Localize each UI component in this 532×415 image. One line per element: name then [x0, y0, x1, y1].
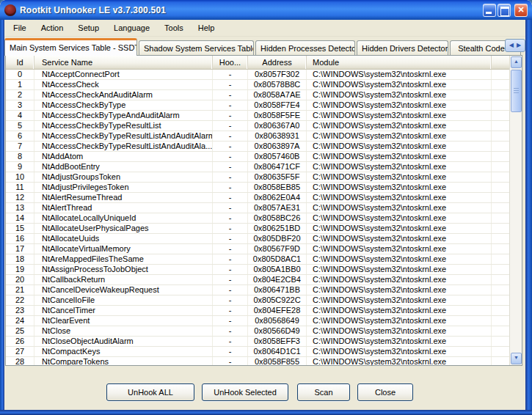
cell-id: 8: [6, 152, 34, 161]
cell-filler: [492, 121, 509, 131]
cell-module: C:\WINDOWS\system32\ntoskrnl.exe: [307, 295, 492, 305]
table-row[interactable]: 15 NtAllocateUserPhysicalPages - 0x80625…: [6, 224, 509, 234]
table-row[interactable]: 14 NtAllocateLocallyUniqueId - 0x8058BC2…: [6, 213, 509, 224]
cell-id: 12: [6, 193, 34, 202]
cell-service-name: NtAcceptConnectPort: [34, 70, 213, 79]
close-button-icon[interactable]: [514, 4, 528, 17]
table-row[interactable]: 7 NtAccessCheckByTypeResultListAndAuditA…: [6, 142, 509, 152]
menu-item[interactable]: Tools: [158, 21, 189, 34]
tab[interactable]: Hidden Drivers Detector: [357, 40, 448, 56]
table-row[interactable]: 22 NtCancelIoFile - 0x805C922C C:\WINDOW…: [6, 295, 509, 306]
cell-id: 6: [6, 131, 34, 141]
cell-service-name: NtAccessCheckByTypeResultListAndAuditAla…: [34, 131, 213, 141]
tab[interactable]: Main System Services Table - SSDT: [4, 38, 137, 56]
menu-item[interactable]: Help: [192, 21, 221, 34]
cell-id: 13: [6, 203, 34, 213]
cell-module: C:\WINDOWS\system32\ntoskrnl.exe: [307, 121, 492, 131]
maximize-button-icon[interactable]: [498, 4, 511, 17]
titlebar[interactable]: Rootkit Unhooker LE v3.7.300.501: [0, 0, 532, 20]
cell-hooked: -: [213, 70, 248, 79]
footer-bar: UnHook ALL UnHook Selected Scan Close: [4, 366, 525, 410]
table-row[interactable]: 13 NtAlertThread - 0x8057AE31 C:\WINDOWS…: [6, 203, 509, 213]
cell-module: C:\WINDOWS\system32\ntoskrnl.exe: [307, 183, 492, 192]
cell-filler: [492, 316, 509, 326]
cell-id: 0: [6, 70, 34, 79]
table-row[interactable]: 5 NtAccessCheckByTypeResultList - 0x8063…: [6, 121, 509, 131]
table-row[interactable]: 26 NtCloseObjectAuditAlarm - 0x8058EFF3 …: [6, 337, 509, 347]
cell-service-name: NtCompactKeys: [34, 347, 213, 356]
table-row[interactable]: 23 NtCancelTimer - 0x804EFE28 C:\WINDOWS…: [6, 306, 509, 316]
table-row[interactable]: 8 NtAddAtom - 0x8057460B C:\WINDOWS\syst…: [6, 152, 509, 162]
app-window: Rootkit Unhooker LE v3.7.300.501 File Ac…: [0, 0, 532, 415]
column-header-id[interactable]: Id: [6, 56, 34, 69]
table-row[interactable]: 20 NtCallbackReturn - 0x804E2CB4 C:\WIND…: [6, 275, 509, 285]
table-row[interactable]: 11 NtAdjustPrivilegesToken - 0x8058EB85 …: [6, 183, 509, 193]
window-border-bottom: [0, 410, 532, 415]
table-row[interactable]: 27 NtCompactKeys - 0x8064D1C1 C:\WINDOWS…: [6, 347, 509, 357]
unhook-all-button[interactable]: UnHook ALL: [106, 383, 194, 401]
scrollbar-thumb[interactable]: [511, 70, 522, 112]
menu-item[interactable]: File: [7, 21, 32, 34]
tab-scroll-right-icon[interactable]: ▶: [517, 43, 521, 48]
table-row[interactable]: 25 NtClose - 0x80566D49 C:\WINDOWS\syste…: [6, 326, 509, 337]
cell-filler: [492, 306, 509, 315]
cell-id: 14: [6, 213, 34, 223]
cell-hooked: -: [213, 357, 248, 365]
cell-hooked: -: [213, 213, 248, 223]
cell-filler: [492, 326, 509, 336]
cell-module: C:\WINDOWS\system32\ntoskrnl.exe: [307, 337, 492, 346]
scan-button[interactable]: Scan: [297, 383, 350, 401]
cell-id: 10: [6, 172, 34, 182]
cell-hooked: -: [213, 265, 248, 274]
table-row[interactable]: 17 NtAllocateVirtualMemory - 0x80567F9D …: [6, 244, 509, 254]
table-row[interactable]: 16 NtAllocateUuids - 0x805DBF20 C:\WINDO…: [6, 234, 509, 244]
cell-address: 0x8057460B: [248, 152, 307, 161]
column-header-address[interactable]: Address: [248, 56, 307, 69]
table-row[interactable]: 6 NtAccessCheckByTypeResultListAndAuditA…: [6, 131, 509, 142]
cell-filler: [492, 275, 509, 284]
table-row[interactable]: 19 NtAssignProcessToJobObject - 0x805A1B…: [6, 265, 509, 275]
cell-service-name: NtAllocateUuids: [34, 234, 213, 243]
menu-item[interactable]: Language: [108, 21, 156, 34]
cell-hooked: -: [213, 152, 248, 161]
cell-id: 18: [6, 254, 34, 264]
table-row[interactable]: 28 NtCompareTokens - 0x8058F855 C:\WINDO…: [6, 357, 509, 365]
unhook-selected-button[interactable]: UnHook Selected: [202, 383, 288, 401]
vertical-scrollbar[interactable]: [509, 56, 522, 365]
cell-module: C:\WINDOWS\system32\ntoskrnl.exe: [307, 100, 492, 110]
cell-module: C:\WINDOWS\system32\ntoskrnl.exe: [307, 347, 492, 356]
menu-item[interactable]: Setup: [72, 21, 105, 34]
table-row[interactable]: 0 NtAcceptConnectPort - 0x8057F302 C:\WI…: [6, 70, 509, 80]
table-row[interactable]: 12 NtAlertResumeThread - 0x8062E0A4 C:\W…: [6, 193, 509, 203]
scroll-down-icon[interactable]: [511, 353, 522, 364]
minimize-button-icon[interactable]: [483, 4, 496, 17]
tab-scroll-left-icon[interactable]: ◀: [509, 43, 514, 48]
cell-service-name: NtAlertThread: [34, 203, 213, 213]
scroll-up-icon[interactable]: [511, 56, 522, 68]
cell-address: 0x8057F302: [248, 70, 307, 79]
cell-id: 17: [6, 244, 34, 254]
tab[interactable]: Hidden Processes Detector: [255, 40, 355, 56]
table-row[interactable]: 9 NtAddBootEntry - 0x806471CF C:\WINDOWS…: [6, 162, 509, 172]
table-row[interactable]: 24 NtClearEvent - 0x80568649 C:\WINDOWS\…: [6, 316, 509, 326]
cell-id: 2: [6, 90, 34, 100]
column-header-service[interactable]: Service Name: [34, 56, 213, 69]
close-button[interactable]: Close: [357, 383, 413, 401]
tab[interactable]: Shadow System Services Table: [139, 40, 254, 56]
menu-item[interactable]: Action: [35, 21, 70, 34]
cell-address: 0x805D8AC1: [248, 254, 307, 264]
table-row[interactable]: 2 NtAccessCheckAndAuditAlarm - 0x8058A7A…: [6, 90, 509, 100]
column-header-hooked[interactable]: Hoo...: [213, 56, 248, 69]
cell-address: 0x8064D1C1: [248, 347, 307, 356]
table-row[interactable]: 21 NtCancelDeviceWakeupRequest - 0x80647…: [6, 285, 509, 295]
cell-module: C:\WINDOWS\system32\ntoskrnl.exe: [307, 213, 492, 223]
cell-hooked: -: [213, 162, 248, 172]
column-header-module[interactable]: Module: [307, 56, 492, 69]
table-row[interactable]: 3 NtAccessCheckByType - 0x8058F7E4 C:\WI…: [6, 100, 509, 111]
table-row[interactable]: 4 NtAccessCheckByTypeAndAuditAlarm - 0x8…: [6, 111, 509, 121]
cell-service-name: NtCancelTimer: [34, 306, 213, 315]
table-row[interactable]: 10 NtAdjustGroupsToken - 0x80635F5F C:\W…: [6, 172, 509, 183]
table-row[interactable]: 18 NtAreMappedFilesTheSame - 0x805D8AC1 …: [6, 254, 509, 265]
table-row[interactable]: 1 NtAccessCheck - 0x80578B8C C:\WINDOWS\…: [6, 80, 509, 90]
window-border-right: [525, 20, 532, 415]
